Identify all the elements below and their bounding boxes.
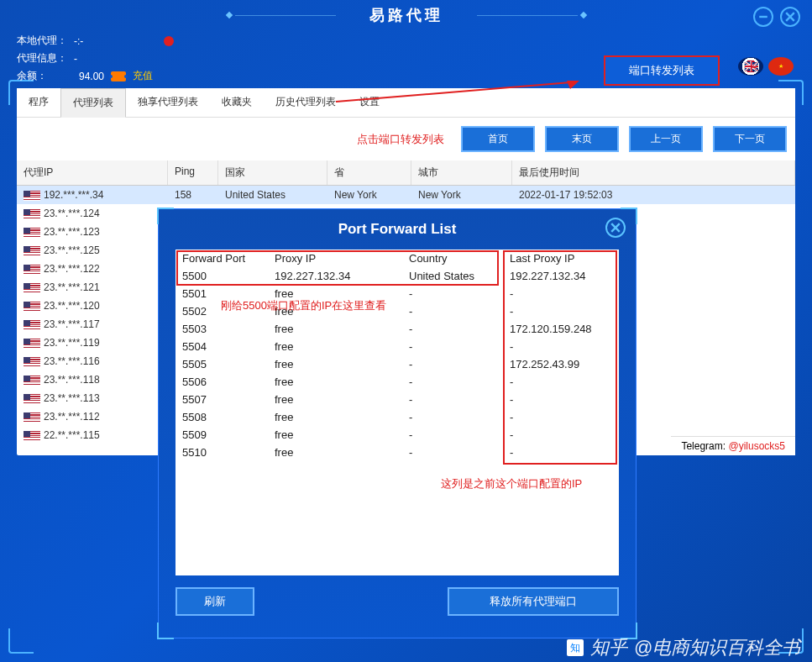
- flag-us-icon: [24, 209, 40, 219]
- col-ip: 代理IP: [17, 160, 168, 185]
- telegram-bar: Telegram: @yilusocks5: [671, 436, 795, 455]
- table-row[interactable]: 5510free--: [175, 444, 619, 461]
- col-forward-port: Forward Port: [175, 250, 268, 267]
- modal-close-button[interactable]: [605, 218, 626, 238]
- tab-favorites[interactable]: 收藏夹: [210, 88, 264, 117]
- flag-us-icon: [24, 283, 40, 293]
- flag-us-icon: [24, 320, 40, 330]
- local-proxy-label: 本地代理：: [17, 34, 67, 48]
- table-row[interactable]: 5501free--: [175, 285, 619, 302]
- flag-us-icon: [24, 412, 40, 423]
- tab-settings[interactable]: 设置: [348, 88, 391, 117]
- telegram-link[interactable]: @yilusocks5: [728, 440, 785, 452]
- watermark: 知 知乎 @电商知识百科全书: [567, 635, 800, 660]
- header-info: 本地代理： -:- 代理信息： - 余额： 94.00 充值 端口转发列表 🇬🇧…: [0, 30, 812, 93]
- table-row[interactable]: 5508free--: [175, 408, 619, 426]
- table-row[interactable]: 5507free--: [175, 391, 619, 408]
- table-row[interactable]: 5502free--: [175, 302, 619, 320]
- tab-exclusive-proxy[interactable]: 独享代理列表: [126, 88, 210, 117]
- col-country: Country: [402, 250, 503, 267]
- local-proxy-value: -:-: [74, 35, 83, 47]
- prev-page-button[interactable]: 上一页: [629, 126, 703, 152]
- app-title: 易路代理: [369, 7, 443, 24]
- annotation-text: 这列是之前这个端口配置的IP: [441, 476, 582, 491]
- flag-us-icon: [24, 228, 40, 238]
- zhihu-logo-icon: 知: [567, 639, 584, 656]
- proxy-info-value: -: [74, 53, 77, 65]
- balance-value: 94.00: [79, 71, 104, 82]
- ticket-icon: [111, 71, 126, 81]
- table-row[interactable]: 5500192.227.132.34United States192.227.1…: [175, 267, 619, 285]
- recharge-link[interactable]: 充值: [133, 69, 153, 83]
- flag-us-icon: [24, 431, 40, 441]
- refresh-button[interactable]: 刷新: [175, 587, 254, 616]
- col-province: 省: [327, 160, 411, 185]
- table-row[interactable]: 5509free--: [175, 426, 619, 444]
- flag-uk-icon[interactable]: 🇬🇧: [738, 57, 763, 76]
- balance-label: 余额：: [17, 69, 47, 83]
- port-forward-list-button[interactable]: 端口转发列表: [604, 55, 720, 86]
- modal-title: Port Forward List: [159, 209, 636, 250]
- col-country: 国家: [218, 160, 327, 185]
- col-last-used: 最后使用时间: [512, 160, 795, 185]
- table-row[interactable]: 192.***.***.34 158 United States New Yor…: [17, 186, 795, 204]
- tab-proxy-list[interactable]: 代理列表: [60, 88, 126, 118]
- table-row[interactable]: 5506free--: [175, 373, 619, 391]
- flag-us-icon: [24, 191, 40, 201]
- table-row[interactable]: 5505free-172.252.43.99: [175, 355, 619, 373]
- flag-us-icon: [24, 376, 40, 386]
- annotation-click-text: 点击端口转发列表: [357, 132, 444, 147]
- port-forward-modal: Port Forward List Forward Port Proxy IP …: [158, 208, 637, 638]
- col-last-proxy-ip: Last Proxy IP: [503, 250, 619, 267]
- flag-cn-icon[interactable]: ★: [768, 57, 794, 76]
- port-forward-table: Forward Port Proxy IP Country Last Proxy…: [175, 250, 619, 461]
- minimize-button[interactable]: [753, 7, 773, 27]
- proxy-table-header: 代理IP Ping 国家 省 城市 最后使用时间: [17, 160, 795, 186]
- tab-history[interactable]: 历史代理列表: [264, 88, 348, 117]
- flag-us-icon: [24, 357, 40, 367]
- close-button[interactable]: [780, 7, 800, 27]
- table-row[interactable]: 5504free--: [175, 338, 619, 355]
- col-ping: Ping: [168, 160, 218, 185]
- next-page-button[interactable]: 下一页: [713, 126, 787, 152]
- proxy-info-label: 代理信息：: [17, 51, 67, 66]
- release-all-button[interactable]: 释放所有代理端口: [448, 587, 619, 616]
- titlebar: 易路代理: [0, 0, 812, 30]
- col-proxy-ip: Proxy IP: [268, 250, 402, 267]
- tab-program[interactable]: 程序: [17, 88, 60, 117]
- status-dot-icon: [164, 36, 174, 46]
- first-page-button[interactable]: 首页: [461, 126, 535, 152]
- tabs: 程序 代理列表 独享代理列表 收藏夹 历史代理列表 设置: [17, 88, 795, 118]
- flag-us-icon: [24, 302, 40, 312]
- table-row[interactable]: 5503free-172.120.159.248: [175, 320, 619, 338]
- col-city: 城市: [411, 160, 512, 185]
- flag-us-icon: [24, 394, 40, 404]
- flag-us-icon: [24, 265, 40, 275]
- flag-us-icon: [24, 246, 40, 256]
- flag-us-icon: [24, 339, 40, 349]
- last-page-button[interactable]: 末页: [545, 126, 619, 152]
